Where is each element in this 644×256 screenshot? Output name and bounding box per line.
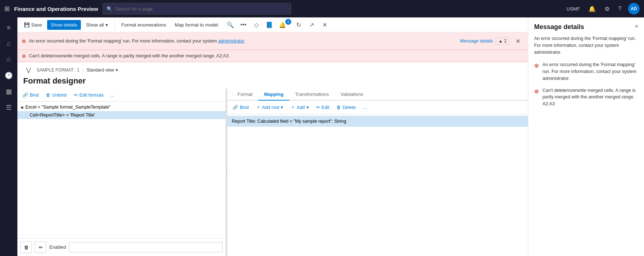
tab-transformations[interactable]: Transformations <box>289 89 335 101</box>
search-bar[interactable]: 🔍 <box>103 3 291 15</box>
notification-btn-wrapper: 🔔 0 <box>277 19 291 31</box>
trash-icon: 🗑 <box>46 93 51 98</box>
tree-root-label: Excel = "Sample format_SampleTemplate" <box>25 105 111 110</box>
more-mapping-button[interactable]: ... <box>361 103 369 111</box>
more-toolbar-button[interactable]: ••• <box>238 19 249 31</box>
tree-child-label: Cell<ReportTitle> = 'Report Title' <box>30 113 95 118</box>
sidebar-item-list[interactable]: ☰ <box>1 100 16 115</box>
edit-item-button[interactable]: ✏ <box>35 241 46 253</box>
sidebar-item-workspaces[interactable]: ▦ <box>1 84 16 99</box>
main-content: 💾 Save Show details Show all ▾ Format en… <box>17 17 644 256</box>
msg-error-item-1: ⊗ An error occurred during the 'Format m… <box>534 61 638 82</box>
tab-validations[interactable]: Validations <box>335 89 369 101</box>
enabled-input[interactable] <box>69 242 223 252</box>
toolbar: 💾 Save Show details Show all ▾ Format en… <box>17 17 528 32</box>
open-button[interactable]: ↗ <box>306 19 317 31</box>
show-details-button[interactable]: Show details <box>47 20 81 30</box>
map-format-to-model-button[interactable]: Map format to model <box>171 20 222 30</box>
mapping-toolbar: 🔗 Bind ＋ Add root ▾ ＋ Add ▾ <box>227 101 528 114</box>
msg-error-icon-2: ⊗ <box>534 88 539 107</box>
sidebar-item-recent[interactable]: 🕐 <box>1 68 16 83</box>
tree-item-child[interactable]: Cell<ReportTitle> = 'Report Title' <box>17 111 226 119</box>
designer-area: ⋁ SAMPLE FORMAT : 1 | Standard view ▾ Fo… <box>17 62 528 256</box>
format-enumerations-button[interactable]: Format enumerations <box>118 20 170 30</box>
add-root-button[interactable]: ＋ Add root ▾ <box>254 103 285 112</box>
search-toolbar-button[interactable]: 🔍 <box>224 19 236 31</box>
error-actions: Message details ▲ 2 ✕ <box>460 35 524 47</box>
mapping-tabs: Format Mapping Transformations Validatio… <box>227 89 528 101</box>
more-format-button[interactable]: ... <box>108 91 116 99</box>
edit-formula-button[interactable]: ✏ Edit formula <box>72 91 106 99</box>
save-button[interactable]: 💾 Save <box>20 20 46 30</box>
diamond-icon-button[interactable]: ◇ <box>251 19 262 31</box>
separator: | <box>82 67 83 73</box>
mapping-content: Report Title: Calculated field = "My sam… <box>227 114 528 256</box>
add-root-chevron: ▾ <box>281 105 283 110</box>
delete-item-button[interactable]: 🗑 <box>20 241 32 253</box>
format-tree: ◀ Excel = "Sample format_SampleTemplate"… <box>17 102 226 238</box>
view-label: Standard view <box>87 68 114 73</box>
message-details-panel: Message details × An error occurred duri… <box>528 17 644 256</box>
plus-root-icon: ＋ <box>256 104 261 110</box>
company-label: USMF <box>564 6 582 12</box>
tree-collapse-icon: ◀ <box>20 105 23 109</box>
toolbar-divider1 <box>115 20 115 29</box>
left-sidebar: ≡ ⌂ ☆ 🕐 ▦ ☰ <box>0 17 17 256</box>
sidebar-item-home[interactable]: ≡ <box>1 20 16 35</box>
save-icon: 💾 <box>24 22 30 28</box>
format-toolbar: 🔗 Bind 🗑 Unbind ✏ Edit formula ... <box>17 89 226 102</box>
center-panel: 💾 Save Show details Show all ▾ Format en… <box>17 17 528 256</box>
format-pane: 🔗 Bind 🗑 Unbind ✏ Edit formula ... <box>17 89 226 256</box>
tree-item-root[interactable]: ◀ Excel = "Sample format_SampleTemplate" <box>17 103 226 111</box>
error-nav-count: 2 <box>504 38 507 44</box>
book-icon-button[interactable]: 📘 <box>264 19 275 31</box>
grid-icon[interactable]: ⊞ <box>4 5 10 13</box>
delete-mapping-button[interactable]: 🗑 Delete <box>334 103 358 111</box>
close-toolbar-button[interactable]: ✕ <box>319 19 330 31</box>
mapping-pane: Format Mapping Transformations Validatio… <box>227 89 528 256</box>
administrator-link[interactable]: administrator <box>218 38 244 44</box>
notification-badge: 0 <box>285 19 291 25</box>
msg-error-icon-1: ⊗ <box>534 62 539 82</box>
view-selector[interactable]: Standard view ▾ <box>87 68 118 73</box>
error-banner-2: ⊗ Can't delete/overwrite merged cells. A… <box>17 50 528 62</box>
mapping-bind-button[interactable]: 🔗 Bind <box>230 103 251 111</box>
avatar[interactable]: AD <box>628 3 640 15</box>
pencil-icon: ✏ <box>74 92 78 98</box>
sidebar-item-home2[interactable]: ⌂ <box>1 36 16 51</box>
designer-header: ⋁ SAMPLE FORMAT : 1 | Standard view ▾ <box>17 62 528 76</box>
mapping-item[interactable]: Report Title: Calculated field = "My sam… <box>227 116 528 127</box>
add-button[interactable]: ＋ Add ▾ <box>288 103 311 112</box>
error-nav-up[interactable]: ▲ <box>498 38 503 44</box>
enabled-label: Enabled <box>49 245 66 250</box>
refresh-button[interactable]: ↻ <box>293 19 304 31</box>
msg-close-button[interactable]: × <box>635 23 638 30</box>
filter-icon[interactable]: ⋁ <box>23 65 34 75</box>
tab-mapping[interactable]: Mapping <box>258 89 289 101</box>
chevron-view-icon: ▾ <box>116 68 118 73</box>
show-all-button[interactable]: Show all ▾ <box>82 20 111 30</box>
plus-add-icon: ＋ <box>290 104 295 110</box>
msg-panel-title: Message details <box>534 23 584 31</box>
msg-error-item-2: ⊗ Can't delete/overwrite merged cells. A… <box>534 87 638 107</box>
sidebar-item-favorites[interactable]: ☆ <box>1 52 16 67</box>
top-nav: ⊞ Finance and Operations Preview 🔍 USMF … <box>0 0 644 17</box>
split-pane: 🔗 Bind 🗑 Unbind ✏ Edit formula ... <box>17 89 528 256</box>
error-banner-1: ⊗ An error occurred during the 'Format m… <box>17 32 528 50</box>
tab-format[interactable]: Format <box>232 89 258 101</box>
error-nav: ▲ 2 <box>496 37 509 45</box>
bell-icon[interactable]: 🔔 <box>586 5 598 12</box>
error-icon-1: ⊗ <box>22 38 26 44</box>
trash-mapping-icon: 🗑 <box>337 105 341 110</box>
error-close-button[interactable]: ✕ <box>512 35 524 47</box>
add-chevron: ▾ <box>306 105 309 110</box>
mapping-link-icon: 🔗 <box>232 105 238 110</box>
unbind-button[interactable]: 🗑 Unbind <box>44 91 69 99</box>
help-icon[interactable]: ? <box>616 5 624 12</box>
search-input[interactable] <box>115 6 287 12</box>
edit-mapping-button[interactable]: ✏ Edit <box>314 103 332 111</box>
message-details-link[interactable]: Message details <box>460 38 493 44</box>
format-bottom: 🗑 ✏ Enabled <box>17 238 226 256</box>
bind-button[interactable]: 🔗 Bind <box>20 91 41 99</box>
settings-icon[interactable]: ⚙ <box>602 5 612 12</box>
